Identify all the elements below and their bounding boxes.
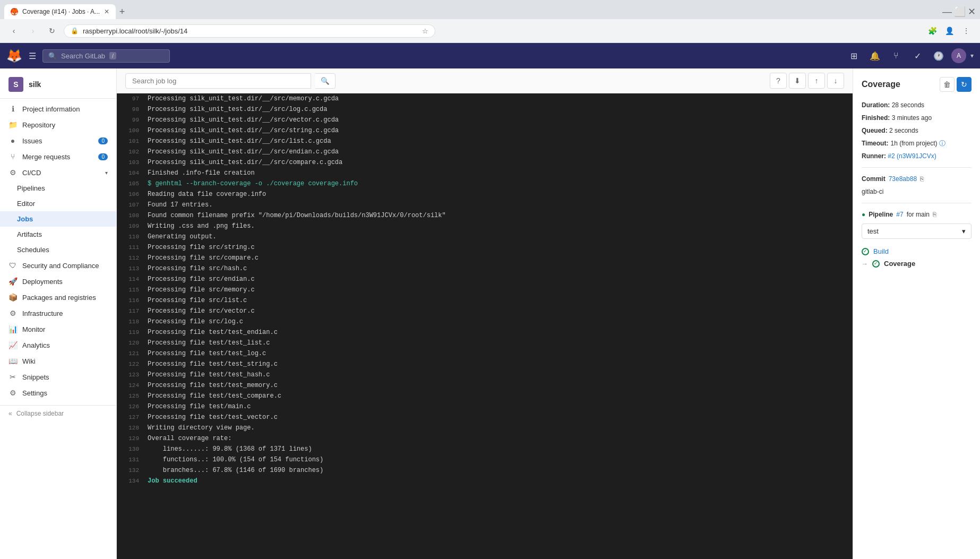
pipeline-job-coverage[interactable]: → Coverage xyxy=(862,257,972,270)
log-line: 114Processing file src/endian.c xyxy=(117,274,853,285)
sidebar-item-artifacts[interactable]: Artifacts xyxy=(0,227,116,242)
log-line-content: Processing file test/test_memory.c xyxy=(143,380,853,391)
arrow-icon: → xyxy=(862,260,868,268)
bookmark-icon[interactable]: ☆ xyxy=(422,27,428,35)
log-line-content: Processing file test/test_log.c xyxy=(143,348,853,359)
extensions-button[interactable]: 🧩 xyxy=(925,23,940,38)
clock-icon[interactable]: 🕐 xyxy=(930,47,947,64)
global-search[interactable]: 🔍 Search GitLab / xyxy=(42,49,170,63)
log-line-number: 114 xyxy=(117,274,143,285)
sidebar-item-repository[interactable]: 📁 Repository xyxy=(0,117,116,133)
sidebar-item-jobs[interactable]: Jobs xyxy=(0,211,116,227)
snippets-icon: ✂ xyxy=(8,373,17,381)
right-panel-actions: 🗑 ↻ xyxy=(940,77,972,92)
sidebar-item-monitor[interactable]: 📊 Monitor xyxy=(0,321,116,337)
log-line: 105$ genhtml --branch-coverage -o ./cove… xyxy=(117,178,853,189)
issues-badge: 0 xyxy=(98,137,108,144)
sidebar-item-pipelines[interactable]: Pipelines xyxy=(0,180,116,196)
download-button[interactable]: ⬇ xyxy=(789,73,806,89)
sidebar-item-snippets[interactable]: ✂ Snippets xyxy=(0,369,116,385)
new-tab-button[interactable]: + xyxy=(116,5,128,18)
sidebar-item-deployments[interactable]: 🚀 Deployments xyxy=(0,273,116,289)
log-line-content: Processing silk_unit_test.dir/__/src/mem… xyxy=(143,93,853,104)
build-job-link[interactable]: Build xyxy=(873,247,889,255)
log-line-content: Found 17 entries. xyxy=(143,200,853,210)
log-line-number: 111 xyxy=(117,242,143,253)
close-tab-button[interactable]: ✕ xyxy=(104,8,109,15)
address-bar[interactable]: 🔒 raspberrypi.local/root/silk/-/jobs/14 … xyxy=(64,24,435,38)
sidebar-item-issues[interactable]: ● Issues 0 xyxy=(0,133,116,149)
collapse-sidebar[interactable]: « Collapse sidebar xyxy=(0,405,116,422)
scroll-bottom-button[interactable]: ↓ xyxy=(827,73,844,89)
gitlab-logo[interactable]: 🦊 xyxy=(6,48,22,63)
pipeline-number-link[interactable]: #7 xyxy=(896,210,903,219)
copy-pipeline-icon[interactable]: ⎘ xyxy=(933,210,936,219)
sidebar-label-editor: Editor xyxy=(17,200,35,208)
check-icon[interactable]: ✓ xyxy=(909,47,926,64)
search-job-button[interactable]: 🔍 xyxy=(315,73,336,89)
sidebar-item-analytics[interactable]: 📈 Analytics xyxy=(0,337,116,353)
sidebar-toggle[interactable]: ☰ xyxy=(29,51,36,61)
finished-meta: Finished: 3 minutes ago xyxy=(862,113,972,123)
log-line: 99Processing silk_unit_test.dir/__/src/v… xyxy=(117,115,853,125)
collapse-icon: « xyxy=(8,410,12,417)
sidebar-item-wiki[interactable]: 📖 Wiki xyxy=(0,353,116,369)
sidebar-item-cicd[interactable]: ⚙ CI/CD ▾ xyxy=(0,165,116,180)
stage-dropdown[interactable]: test ▾ xyxy=(862,223,972,239)
forward-button[interactable]: › xyxy=(25,23,40,38)
sidebar-label-infrastructure: Infrastructure xyxy=(22,309,63,317)
avatar-dropdown[interactable]: ▾ xyxy=(970,52,974,59)
sidebar-item-schedules[interactable]: Schedules xyxy=(0,242,116,257)
sidebar-item-infrastructure[interactable]: ⚙ Infrastructure xyxy=(0,305,116,321)
sidebar-item-editor[interactable]: Editor xyxy=(0,196,116,211)
commit-hash-link[interactable]: 73e8ab88 xyxy=(889,174,917,184)
sidebar-item-project-information[interactable]: ℹ Project information xyxy=(0,101,116,117)
divider-2 xyxy=(862,203,972,203)
pipeline-job-build[interactable]: Build xyxy=(862,245,972,257)
delete-button[interactable]: 🗑 xyxy=(940,77,955,92)
main-layout: S silk ℹ Project information 📁 Repositor… xyxy=(0,68,980,559)
close-window-button[interactable]: ✕ xyxy=(968,6,976,18)
runner-link[interactable]: #2 (n3W91JCVx) xyxy=(888,152,936,160)
sidebar-item-security[interactable]: 🛡 Security and Compliance xyxy=(0,257,116,273)
merge-requests-badge: 0 xyxy=(98,153,108,160)
copy-commit-icon[interactable]: ⎘ xyxy=(920,174,924,184)
project-header[interactable]: S silk xyxy=(0,73,116,99)
log-line-number: 101 xyxy=(117,136,143,147)
user-avatar[interactable]: A xyxy=(951,48,966,63)
back-button[interactable]: ‹ xyxy=(6,23,21,38)
profile-button[interactable]: 👤 xyxy=(942,23,957,38)
active-tab[interactable]: 🦊 Coverage (#14) · Jobs · A... ✕ xyxy=(4,4,116,19)
grid-icon[interactable]: ⊞ xyxy=(845,47,862,64)
maximize-button[interactable]: ⬜ xyxy=(954,6,966,18)
log-line-number: 120 xyxy=(117,338,143,348)
stage-dropdown-value: test xyxy=(867,227,879,235)
menu-button[interactable]: ⋮ xyxy=(959,23,974,38)
retry-button[interactable]: ↻ xyxy=(957,77,972,92)
merge-icon[interactable]: ⑂ xyxy=(888,47,905,64)
job-log[interactable]: 97Processing silk_unit_test.dir/__/src/m… xyxy=(117,93,853,559)
log-line: 121Processing file test/test_log.c xyxy=(117,348,853,359)
sidebar-item-merge-requests[interactable]: ⑂ Merge requests 0 xyxy=(0,149,116,165)
sidebar-label-analytics: Analytics xyxy=(22,341,50,349)
log-line-content: Processing file src/string.c xyxy=(143,242,853,253)
log-line: 134Job succeeded xyxy=(117,476,853,486)
pipeline-ref: for main xyxy=(907,210,930,219)
log-line-number: 131 xyxy=(117,454,143,465)
log-line-number: 113 xyxy=(117,263,143,274)
gitlab-header: 🦊 ☰ 🔍 Search GitLab / ⊞ 🔔 ⑂ ✓ 🕐 A ▾ xyxy=(0,43,980,68)
content-area: 🔍 ? ⬇ ↑ ↓ 97Processing silk_unit_test.di… xyxy=(117,68,853,559)
search-job-input[interactable] xyxy=(125,73,311,89)
nav-actions: 🧩 👤 ⋮ xyxy=(925,23,974,38)
log-line: 127Processing file test/test_vector.c xyxy=(117,412,853,423)
help-button[interactable]: ? xyxy=(770,73,787,89)
reload-button[interactable]: ↻ xyxy=(45,23,59,38)
log-line: 110Generating output. xyxy=(117,231,853,242)
lock-icon: 🔒 xyxy=(71,27,79,35)
bell-icon[interactable]: 🔔 xyxy=(866,47,883,64)
scroll-top-button[interactable]: ↑ xyxy=(808,73,825,89)
sidebar-item-settings[interactable]: ⚙ Settings xyxy=(0,385,116,401)
timeout-info-icon[interactable]: ⓘ xyxy=(939,139,945,148)
minimize-button[interactable]: — xyxy=(942,6,952,18)
sidebar-item-packages[interactable]: 📦 Packages and registries xyxy=(0,289,116,305)
